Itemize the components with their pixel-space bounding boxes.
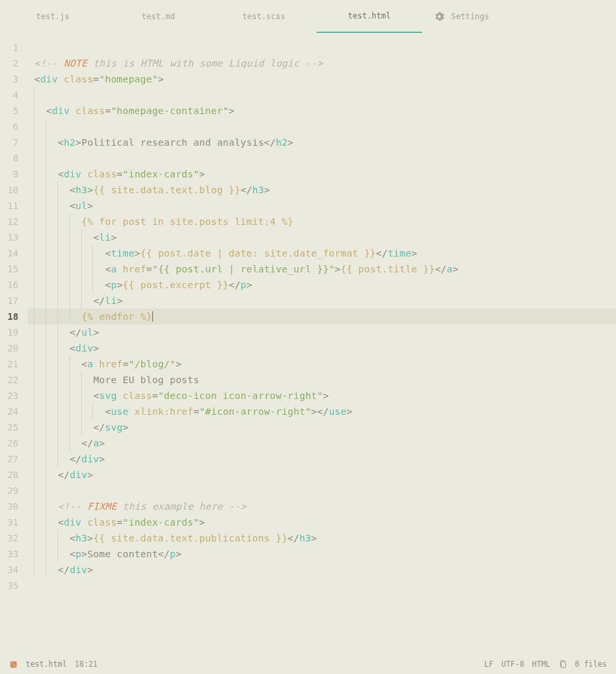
- tab-label: test.js: [36, 12, 70, 21]
- code-line[interactable]: </div>: [28, 562, 616, 578]
- code-line[interactable]: <a href="{{ post.url | relative_url }}">…: [28, 261, 616, 277]
- line-number: 35: [0, 578, 28, 594]
- code-line[interactable]: </div>: [28, 467, 616, 483]
- code-line[interactable]: <use xlink:href="#icon-arrow-right"></us…: [28, 404, 616, 419]
- line-number: 26: [0, 435, 28, 451]
- status-language[interactable]: HTML: [532, 659, 551, 669]
- code-line[interactable]: [28, 87, 616, 103]
- line-number: 24: [0, 404, 28, 419]
- editor-area[interactable]: 1234567891011121314151617181920212223242…: [0, 33, 616, 654]
- tab-label: test.md: [142, 12, 175, 21]
- line-number: 34: [0, 562, 28, 578]
- code-line[interactable]: <div class="index-cards">: [28, 514, 616, 530]
- line-number: 10: [0, 182, 28, 198]
- code-line[interactable]: <p>{{ post.excerpt }}</p>: [28, 277, 616, 293]
- code-line[interactable]: <time>{{ post.date | date: site.date_for…: [28, 245, 616, 261]
- line-number: 1: [0, 40, 28, 55]
- line-number: 6: [0, 119, 28, 135]
- code-line[interactable]: {% endfor %}: [28, 309, 616, 324]
- tab-test-js[interactable]: test.js: [0, 0, 106, 33]
- tab-label: test.html: [348, 11, 390, 20]
- code-line[interactable]: </div>: [28, 451, 616, 467]
- line-number: 5: [0, 103, 28, 119]
- line-number: 28: [0, 467, 28, 483]
- line-number-gutter: 1234567891011121314151617181920212223242…: [0, 33, 28, 654]
- code-line[interactable]: <div class="homepage">: [28, 71, 616, 87]
- code-line[interactable]: <h3>{{ site.data.text.blog }}</h3>: [28, 182, 616, 198]
- code-line[interactable]: </svg>: [28, 419, 616, 435]
- code-line[interactable]: <div>: [28, 340, 616, 356]
- line-number: 25: [0, 419, 28, 435]
- line-number: 14: [0, 245, 28, 261]
- svg-rect-2: [561, 661, 566, 667]
- code-line[interactable]: [28, 150, 616, 166]
- code-line[interactable]: <svg class="deco-icon icon-arrow-right">: [28, 388, 616, 404]
- status-cursor-position[interactable]: 18:21: [75, 659, 98, 669]
- code-line[interactable]: [28, 40, 616, 55]
- settings-icon: [434, 11, 445, 22]
- code-line[interactable]: More EU blog posts: [28, 372, 616, 388]
- status-bar: test.html 18:21 LF UTF-8 HTML 0 files: [0, 654, 616, 674]
- line-number: 19: [0, 324, 28, 340]
- line-number: 17: [0, 293, 28, 309]
- line-number: 29: [0, 483, 28, 499]
- status-files[interactable]: 0 files: [575, 659, 607, 669]
- code-line[interactable]: </ul>: [28, 324, 616, 340]
- code-line[interactable]: </li>: [28, 293, 616, 309]
- code-line[interactable]: </a>: [28, 435, 616, 451]
- code-line[interactable]: {% for post in site.posts limit:4 %}: [28, 214, 616, 230]
- code-line[interactable]: <li>: [28, 230, 616, 245]
- code-line[interactable]: <div class="homepage-container">: [28, 103, 616, 119]
- line-number: 33: [0, 546, 28, 562]
- code-line[interactable]: <ul>: [28, 198, 616, 214]
- tab-test-md[interactable]: test.md: [106, 0, 211, 33]
- status-encoding[interactable]: UTF-8: [501, 659, 524, 669]
- tab-label: test.scss: [242, 12, 285, 21]
- code-line[interactable]: <!-- FIXME this example here -->: [28, 499, 616, 514]
- file-modified-icon: [9, 660, 18, 669]
- line-number: 21: [0, 356, 28, 372]
- line-number: 22: [0, 372, 28, 388]
- status-eol[interactable]: LF: [484, 659, 493, 669]
- line-number: 2: [0, 55, 28, 71]
- tab-test-html[interactable]: test.html: [317, 0, 422, 33]
- line-number: 20: [0, 340, 28, 356]
- line-number: 15: [0, 261, 28, 277]
- code-line[interactable]: [28, 119, 616, 135]
- tab-test-scss[interactable]: test.scss: [211, 0, 317, 33]
- tab-label: Settings: [451, 12, 489, 21]
- code-content[interactable]: <!-- NOTE this is HTML with some Liquid …: [28, 33, 616, 654]
- line-number: 31: [0, 514, 28, 530]
- line-number: 30: [0, 499, 28, 514]
- files-icon: [559, 660, 567, 669]
- status-filename[interactable]: test.html: [26, 659, 67, 669]
- line-number: 16: [0, 277, 28, 293]
- line-number: 7: [0, 135, 28, 150]
- code-line[interactable]: <!-- NOTE this is HTML with some Liquid …: [28, 55, 616, 71]
- code-line[interactable]: [28, 578, 616, 594]
- line-number: 23: [0, 388, 28, 404]
- line-number: 32: [0, 530, 28, 546]
- line-number: 9: [0, 166, 28, 182]
- line-number: 11: [0, 198, 28, 214]
- code-line[interactable]: [28, 483, 616, 499]
- code-line[interactable]: <div class="index-cards">: [28, 166, 616, 182]
- line-number: 12: [0, 214, 28, 230]
- tab-settings[interactable]: Settings: [422, 0, 501, 33]
- line-number: 27: [0, 451, 28, 467]
- code-line[interactable]: <h3>{{ site.data.text.publications }}</h…: [28, 530, 616, 546]
- line-number: 18: [0, 309, 28, 324]
- code-line[interactable]: <a href="/blog/">: [28, 356, 616, 372]
- line-number: 13: [0, 230, 28, 245]
- tab-bar: test.jstest.mdtest.scsstest.htmlSettings: [0, 0, 616, 33]
- code-line[interactable]: <h2>Political research and analysis</h2>: [28, 135, 616, 150]
- line-number: 3: [0, 71, 28, 87]
- line-number: 8: [0, 150, 28, 166]
- line-number: 4: [0, 87, 28, 103]
- code-line[interactable]: <p>Some content</p>: [28, 546, 616, 562]
